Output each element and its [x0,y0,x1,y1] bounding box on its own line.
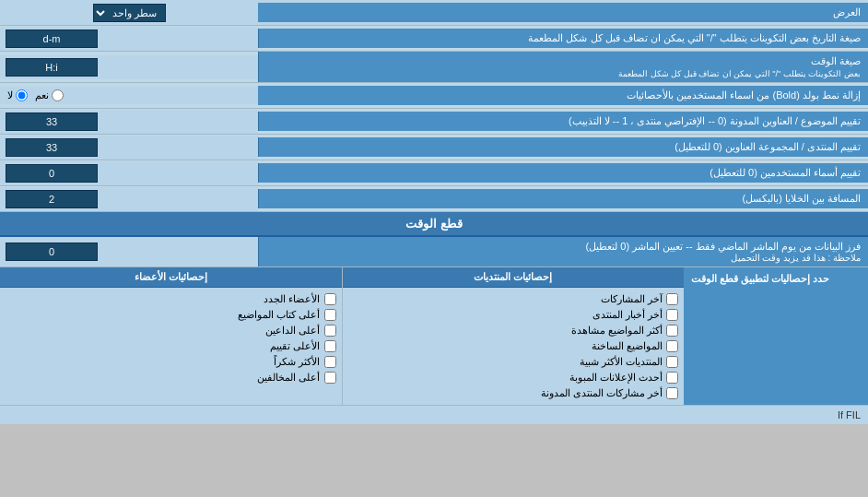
forum-order-label: تقييم المنتدى / المجموعة العناوين (0 للت… [258,137,868,157]
bold-no-label: لا [7,89,13,101]
col1-item-6-label: أحدث الإعلانات المبوبة [569,372,663,384]
limit-label: حدد إحصاليات لتطبيق قطع الوقت [684,267,868,405]
list-item: الأعلى تقييم [6,338,336,354]
time-format-label: صيغة الوقتبعض التكوينات يتطلب "/" التي ي… [258,52,868,82]
col1-item-4-label: المواضيع الساخنة [592,340,663,352]
col2-items: الأعضاء الجدد أعلى كتاب المواضيع أعلى ال… [0,288,342,389]
bold-radio-area: نعم لا [0,87,258,104]
display-mode-row: العرض سطر واحد [0,0,868,26]
col1-items: آخر المشاركات أخر أخبار المنتدى أكثر الم… [343,288,685,405]
cutoff-section-header: قطع الوقت [0,212,868,237]
date-format-input-area [0,27,258,51]
col1-item-5-checkbox[interactable] [666,356,678,368]
user-names-row: تقييم أسماء المستخدمين (0 للتعطيل) [0,160,868,186]
col2-item-3-checkbox[interactable] [324,325,336,337]
col1-header: إحصائيات المنتديات [343,267,685,288]
col2-item-1-label: الأعضاء الجدد [264,293,320,305]
forum-order-row: تقييم المنتدى / المجموعة العناوين (0 للت… [0,135,868,160]
col2-item-4-label: الأعلى تقييم [270,340,320,352]
cutoff-label: فرز البيانات من يوم الماشر الماضي فقط --… [258,237,868,266]
col2-item-2-label: أعلى كتاب المواضيع [238,309,320,321]
col1-item-3-label: أكثر المواضيع مشاهدة [571,325,663,337]
gap-label: المسافة بين الخلايا (بالبكسل) [258,189,868,208]
col1-item-4-checkbox[interactable] [666,340,678,352]
topic-order-row: تقييم الموضوع / العناوين المدونة (0 -- ا… [0,109,868,135]
gap-input-area [0,187,258,211]
col1-item-1-checkbox[interactable] [666,293,678,305]
col1-item-1-label: آخر المشاركات [601,293,663,305]
display-mode-select[interactable]: سطر واحد [93,4,166,22]
col1: إحصائيات المنتديات آخر المشاركات أخر أخب… [342,267,685,405]
list-item: أخر مشاركات المنتدى المدونة [348,385,679,401]
list-item: آخر المشاركات [348,291,679,307]
forum-order-input[interactable] [6,138,98,157]
stats-area: حدد إحصاليات لتطبيق قطع الوقت إحصائيات ا… [0,267,868,405]
list-item: أعلى الداعين [6,323,336,338]
date-format-label: صيغة التاريخ بعض التكوينات يتطلب "/" الت… [258,29,868,48]
bold-yes-option: نعم [35,89,64,101]
bold-yes-radio[interactable] [52,89,64,101]
topic-order-input-area [0,110,258,134]
col2-item-5-label: الأكثر شكراً [274,356,320,368]
list-item: المواضيع الساخنة [348,338,679,354]
time-format-row: صيغة الوقتبعض التكوينات يتطلب "/" التي ي… [0,52,868,83]
user-names-input[interactable] [6,164,98,183]
bold-no-option: لا [7,89,28,101]
bold-label: إزالة نمط بولد (Bold) من اسماء المستخدمي… [258,86,868,105]
col1-item-7-label: أخر مشاركات المنتدى المدونة [541,387,663,399]
forum-order-input-area [0,136,258,160]
topic-order-input[interactable] [6,112,98,131]
col2: إحصائيات الأعضاء الأعضاء الجدد أعلى كتاب… [0,267,342,405]
bold-row: إزالة نمط بولد (Bold) من اسماء المستخدمي… [0,83,868,109]
col1-item-7-checkbox[interactable] [666,387,678,399]
display-mode-label: العرض [258,3,868,22]
user-names-label: تقييم أسماء المستخدمين (0 للتعطيل) [258,163,868,183]
col2-item-6-checkbox[interactable] [324,372,336,384]
list-item: أحدث الإعلانات المبوبة [348,370,679,385]
user-names-input-area [0,161,258,185]
col1-item-6-checkbox[interactable] [666,372,678,384]
list-item: أخر أخبار المنتدى [348,307,679,323]
col2-item-6-label: أعلى المخالفين [257,372,320,384]
list-item: أعلى المخالفين [6,370,336,385]
time-format-input[interactable] [6,58,98,77]
col2-item-1-checkbox[interactable] [324,293,336,305]
col1-item-2-checkbox[interactable] [666,309,678,321]
gap-input[interactable] [6,190,98,208]
list-item: الأعضاء الجدد [6,291,336,307]
list-item: الأكثر شكراً [6,354,336,370]
col1-item-2-label: أخر أخبار المنتدى [592,309,663,321]
display-mode-select-area: سطر واحد [0,1,258,25]
main-container: العرض سطر واحد صيغة التاريخ بعض التكوينا… [0,0,868,424]
col1-item-5-label: المنتديات الأكثر شبية [580,356,663,368]
col2-item-4-checkbox[interactable] [324,340,336,352]
col1-item-3-checkbox[interactable] [666,325,678,337]
gap-row: المسافة بين الخلايا (بالبكسل) [0,186,868,212]
time-format-input-area [0,55,258,79]
date-format-input[interactable] [6,30,98,48]
if-fil-note: If FIL [0,405,868,424]
list-item: أعلى كتاب المواضيع [6,307,336,323]
list-item: المنتديات الأكثر شبية [348,354,679,370]
bold-yes-label: نعم [35,89,49,101]
col2-item-3-label: أعلى الداعين [265,325,320,337]
col2-item-2-checkbox[interactable] [324,309,336,321]
bold-no-radio[interactable] [16,89,28,101]
stats-columns-wrapper: إحصائيات المنتديات آخر المشاركات أخر أخب… [0,267,684,405]
cutoff-row: فرز البيانات من يوم الماشر الماضي فقط --… [0,237,868,267]
topic-order-label: تقييم الموضوع / العناوين المدونة (0 -- ا… [258,112,868,131]
cutoff-input[interactable] [6,243,98,261]
list-item: أكثر المواضيع مشاهدة [348,323,679,338]
cutoff-input-area [0,237,258,266]
col2-header: إحصائيات الأعضاء [0,267,342,288]
col2-item-5-checkbox[interactable] [324,356,336,368]
date-format-row: صيغة التاريخ بعض التكوينات يتطلب "/" الت… [0,26,868,52]
